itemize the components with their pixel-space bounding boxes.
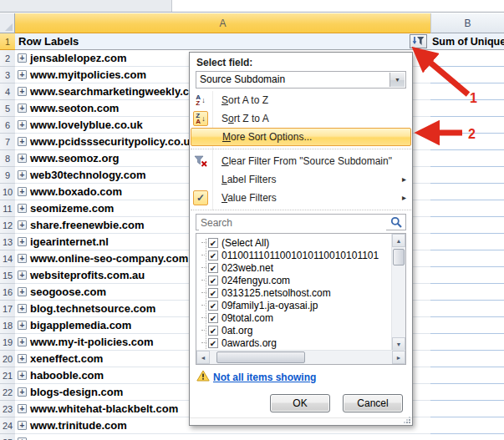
row-number-16[interactable]: 16 [0,284,15,301]
checkbox-checked-icon[interactable]: ✔ [208,263,218,273]
horizontal-scroll-thumb[interactable] [216,351,305,363]
row-number-13[interactable]: 13 [0,234,15,250]
sum-header-cell[interactable]: Sum of Unique Do [430,33,504,50]
horizontal-scrollbar[interactable]: ◄ ► [196,350,405,364]
filter-list-item[interactable]: ✔024fengyu.com [201,274,391,286]
scroll-left-button[interactable]: ◄ [196,351,210,364]
scroll-up-button[interactable]: ▲ [392,234,405,247]
menu-item-label: Sort Z to A [221,113,269,124]
expand-icon[interactable]: + [18,87,27,96]
row-number-2[interactable]: 2 [0,50,15,67]
row-label: share.freenewbie.com [30,219,145,231]
expand-icon[interactable]: + [18,154,27,163]
menu-item-more-sort-options[interactable]: More Sort Options... [191,128,411,146]
expand-icon[interactable]: + [18,271,27,280]
expand-icon[interactable]: + [18,170,27,180]
vertical-scrollbar[interactable]: ▲ ▼ [391,234,405,351]
row-number-5[interactable]: 5 [0,100,15,117]
not-all-items-link[interactable]: Not all items showing [213,372,316,383]
checkbox-checked-icon[interactable]: ✔ [208,326,218,336]
menu-item-label-filters[interactable]: Label Filters▸ [190,170,412,189]
select-all-corner[interactable] [0,13,15,33]
checkbox-checked-icon[interactable]: ✔ [208,301,218,311]
expand-icon[interactable]: + [18,354,27,363]
scroll-right-button[interactable]: ► [392,351,405,364]
row-number-6[interactable]: 6 [0,117,15,134]
row-number-3[interactable]: 3 [0,67,15,83]
chevron-down-icon[interactable]: ▼ [389,73,405,87]
column-letter-a: A [219,18,226,29]
row-number-17[interactable]: 17 [0,301,15,317]
row-number-25[interactable]: 25 [0,434,15,440]
expand-icon[interactable]: + [18,220,27,230]
row-number-21[interactable]: 21 [0,367,15,384]
row-number-7[interactable]: 7 [0,134,15,150]
expand-icon[interactable]: + [18,387,27,397]
row-number-14[interactable]: 14 [0,250,15,267]
filter-list-item[interactable]: ✔01100111011001010110010101101 [201,249,391,261]
expand-icon[interactable]: + [18,70,27,79]
pivot-header-cell[interactable]: Row Labels [15,33,430,50]
row-number-24[interactable]: 24 [0,417,15,434]
row-number-20[interactable]: 20 [0,351,15,367]
search-icon[interactable] [390,216,403,231]
row-number-12[interactable]: 12 [0,217,15,234]
expand-icon[interactable]: + [18,371,27,380]
row-number-10[interactable]: 10 [0,184,15,200]
row-number-15[interactable]: 15 [0,267,15,284]
filter-button[interactable] [410,34,427,48]
vertical-scroll-thumb[interactable] [393,249,405,266]
menu-item-sort-a-to-z[interactable]: AZ↓Sort A to Z [190,91,412,109]
menu-item-clear-filter-from-source-subdomain[interactable]: Clear Filter From "Source Subdomain" [190,152,412,170]
row-number-8[interactable]: 8 [0,150,15,167]
row-number-4[interactable]: 4 [0,83,15,100]
filter-list-item[interactable]: ✔023web.net [201,261,391,274]
row-number-19[interactable]: 19 [0,334,15,351]
expand-icon[interactable]: + [18,304,27,313]
expand-icon[interactable]: + [18,204,27,213]
field-selector-value: Source Subdomain [200,73,285,85]
expand-icon[interactable]: + [18,404,27,413]
row-number-18[interactable]: 18 [0,317,15,334]
expand-icon[interactable]: + [18,321,27,330]
filter-list-item[interactable]: ✔0at.org [201,324,391,336]
menu-item-value-filters[interactable]: ✓Value Filters▸ [190,189,412,207]
cancel-button[interactable]: Cancel [343,394,403,412]
column-header-b[interactable]: B [430,13,504,33]
expand-icon[interactable]: + [18,421,27,430]
checkbox-checked-icon[interactable]: ✔ [208,238,218,248]
search-input[interactable] [199,215,386,230]
column-header-a[interactable]: A [15,13,430,33]
expand-icon[interactable]: + [18,237,27,246]
row-number-1[interactable]: 1 [0,33,15,50]
filter-list-item[interactable]: ✔0313125.netsolhost.com [201,286,391,299]
expand-icon[interactable]: + [18,254,27,263]
menu-item-sort-z-to-a[interactable]: ZA↓Sort Z to A [190,109,412,128]
filter-list-item[interactable]: ✔09family1.ja-oyasai.jp [201,299,391,311]
expand-icon[interactable]: + [18,137,27,146]
filter-list-item[interactable]: ✔(Select All) [201,236,391,249]
filter-list-item[interactable]: ✔0awards.org [201,336,391,349]
expand-icon[interactable]: + [18,287,27,296]
checkbox-checked-icon[interactable]: ✔ [208,250,218,260]
row-number-11[interactable]: 11 [0,200,15,217]
expand-icon[interactable]: + [18,53,27,63]
checkbox-checked-icon[interactable]: ✔ [208,338,218,348]
expand-icon[interactable]: + [18,337,27,346]
ok-button[interactable]: OK [270,394,330,412]
expand-icon[interactable]: + [18,104,27,113]
scroll-down-button[interactable]: ▼ [392,337,405,351]
table-row[interactable]: + [15,434,430,440]
row-number-9[interactable]: 9 [0,167,15,184]
checkbox-checked-icon[interactable]: ✔ [208,276,218,286]
expand-icon[interactable]: + [18,120,27,129]
row-label: blogs-design.com [30,386,123,398]
field-selector[interactable]: Source Subdomain ▼ [196,71,406,89]
expand-icon[interactable]: + [18,187,27,196]
filter-list-item[interactable]: ✔09total.com [201,311,391,324]
checkbox-checked-icon[interactable]: ✔ [208,313,218,323]
resize-grip-icon[interactable] [403,416,410,423]
checkbox-checked-icon[interactable]: ✔ [208,288,218,298]
row-number-22[interactable]: 22 [0,384,15,401]
row-number-23[interactable]: 23 [0,401,15,417]
